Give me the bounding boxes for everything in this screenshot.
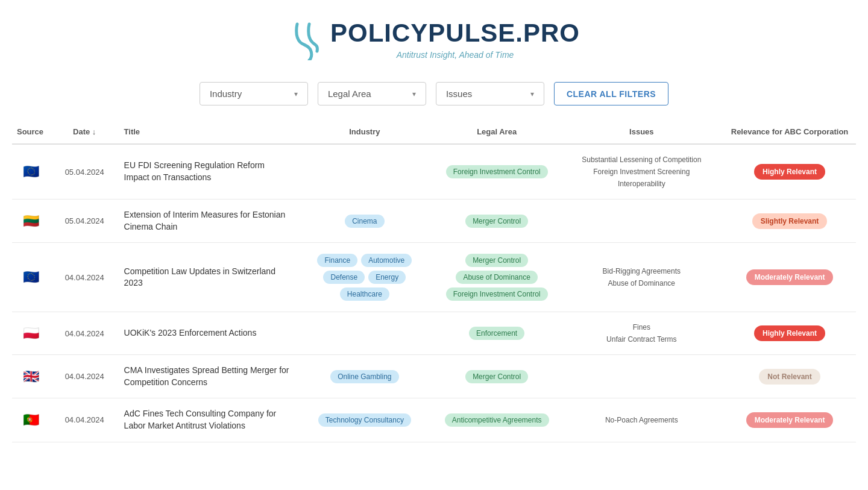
legal-area-tag[interactable]: Abuse of Dominance bbox=[456, 271, 537, 284]
legal-area-tag[interactable]: Foreign Investment Control bbox=[446, 287, 548, 301]
legal-area-tag[interactable]: Merger Control bbox=[465, 370, 528, 383]
col-date[interactable]: Date ↓ bbox=[50, 120, 119, 144]
issues-filter-label: Issues bbox=[446, 89, 472, 99]
source-flag: 🇵🇹 bbox=[12, 398, 50, 442]
legal-area-filter[interactable]: Legal Area ▾ bbox=[318, 82, 426, 105]
row-issues bbox=[560, 355, 724, 398]
filters-bar: Industry ▾ Legal Area ▾ Issues ▾ CLEAR A… bbox=[0, 72, 868, 120]
row-issues: No-Poach Agreements bbox=[560, 398, 724, 442]
legal-area-tag[interactable]: Merger Control bbox=[465, 254, 528, 267]
source-flag: 🇵🇱 bbox=[12, 312, 50, 355]
source-flag: 🇪🇺 bbox=[12, 144, 50, 199]
row-title[interactable]: UOKiK's 2023 Enforcement Actions bbox=[119, 312, 295, 355]
issue-item: Fines bbox=[633, 323, 650, 331]
relevance-badge: Highly Relevant bbox=[754, 164, 825, 180]
legal-area-tag[interactable]: Enforcement bbox=[469, 327, 524, 340]
row-date: 04.04.2024 bbox=[50, 398, 119, 442]
legal-area-filter-label: Legal Area bbox=[328, 89, 371, 99]
row-issues: Substantial Lessening of CompetitionFore… bbox=[560, 144, 724, 199]
row-legal-area: Foreign Investment Control bbox=[434, 144, 560, 199]
row-industry: Technology Consultancy bbox=[295, 398, 434, 442]
row-industry bbox=[295, 144, 434, 199]
row-date: 04.04.2024 bbox=[50, 355, 119, 398]
row-legal-area: Merger Control bbox=[434, 199, 560, 243]
row-issues: FinesUnfair Contract Terms bbox=[560, 312, 724, 355]
table-row[interactable]: 🇵🇱04.04.2024UOKiK's 2023 Enforcement Act… bbox=[12, 312, 856, 355]
row-relevance: Moderately Relevant bbox=[723, 398, 856, 442]
col-legal-area: Legal Area bbox=[434, 120, 560, 144]
header: POLICYPULSE.PRO Antitrust Insight, Ahead… bbox=[0, 0, 868, 72]
row-date: 05.04.2024 bbox=[50, 199, 119, 243]
main-table-container: Source Date ↓ Title Industry Legal Area … bbox=[0, 120, 868, 442]
legal-area-tag[interactable]: Merger Control bbox=[465, 215, 528, 228]
row-relevance: Moderately Relevant bbox=[723, 243, 856, 312]
industry-tag[interactable]: Cinema bbox=[345, 215, 384, 228]
logo-container: POLICYPULSE.PRO Antitrust Insight, Ahead… bbox=[0, 18, 868, 60]
legal-area-tag[interactable]: Anticompetitive Agreements bbox=[445, 413, 549, 427]
industry-tag[interactable]: Energy bbox=[368, 271, 406, 284]
industry-tag[interactable]: Online Gambling bbox=[330, 370, 398, 383]
chevron-down-icon: ▾ bbox=[412, 90, 416, 98]
chevron-down-icon: ▾ bbox=[294, 90, 298, 98]
relevance-badge: Highly Relevant bbox=[754, 325, 825, 341]
chevron-down-icon: ▾ bbox=[530, 90, 534, 98]
row-relevance: Not Relevant bbox=[723, 355, 856, 398]
issue-item: No-Poach Agreements bbox=[605, 416, 678, 424]
issue-item: Foreign Investment Screening bbox=[593, 168, 690, 176]
industry-tag[interactable]: Finance bbox=[317, 254, 357, 267]
logo-text: POLICYPULSE.PRO bbox=[330, 19, 580, 48]
industry-tag[interactable]: Defense bbox=[323, 271, 365, 284]
legal-area-tag[interactable]: Foreign Investment Control bbox=[446, 165, 548, 178]
relevance-badge: Moderately Relevant bbox=[746, 269, 834, 285]
relevance-badge: Not Relevant bbox=[759, 369, 820, 385]
relevance-badge: Moderately Relevant bbox=[746, 412, 834, 428]
industry-tag[interactable]: Automotive bbox=[361, 254, 412, 267]
row-title[interactable]: AdC Fines Tech Consulting Company for La… bbox=[119, 398, 295, 442]
row-date: 04.04.2024 bbox=[50, 243, 119, 312]
tagline: Antitrust Insight, Ahead of Time bbox=[330, 50, 580, 60]
table-row[interactable]: 🇬🇧04.04.2024CMA Investigates Spread Bett… bbox=[12, 355, 856, 398]
industry-tag[interactable]: Technology Consultancy bbox=[318, 413, 411, 427]
row-date: 04.04.2024 bbox=[50, 312, 119, 355]
issue-item: Interoperability bbox=[618, 180, 665, 188]
row-issues: Bid-Rigging AgreementsAbuse of Dominance bbox=[560, 243, 724, 312]
logo-text-block: POLICYPULSE.PRO Antitrust Insight, Ahead… bbox=[330, 19, 580, 60]
row-industry: Online Gambling bbox=[295, 355, 434, 398]
clear-all-filters-button[interactable]: CLEAR ALL FILTERS bbox=[554, 82, 668, 105]
row-relevance: Slightly Relevant bbox=[723, 199, 856, 243]
row-title[interactable]: Extension of Interim Measures for Estoni… bbox=[119, 199, 295, 243]
row-industry: FinanceAutomotiveDefenseEnergyHealthcare bbox=[295, 243, 434, 312]
table-row[interactable]: 🇵🇹04.04.2024AdC Fines Tech Consulting Co… bbox=[12, 398, 856, 442]
source-flag: 🇪🇺 bbox=[12, 243, 50, 312]
row-legal-area: Merger ControlAbuse of DominanceForeign … bbox=[434, 243, 560, 312]
issue-item: Abuse of Dominance bbox=[608, 279, 675, 287]
industry-tag[interactable]: Healthcare bbox=[340, 287, 389, 301]
industry-filter[interactable]: Industry ▾ bbox=[200, 82, 308, 105]
row-legal-area: Merger Control bbox=[434, 355, 560, 398]
row-title[interactable]: CMA Investigates Spread Betting Merger f… bbox=[119, 355, 295, 398]
table-row[interactable]: 🇪🇺05.04.2024EU FDI Screening Regulation … bbox=[12, 144, 856, 199]
row-industry bbox=[295, 312, 434, 355]
row-legal-area: Anticompetitive Agreements bbox=[434, 398, 560, 442]
issue-item: Unfair Contract Terms bbox=[606, 335, 676, 344]
row-industry: Cinema bbox=[295, 199, 434, 243]
issues-filter[interactable]: Issues ▾ bbox=[436, 82, 544, 105]
logo-icon bbox=[288, 18, 324, 60]
col-source: Source bbox=[12, 120, 50, 144]
source-flag: 🇱🇹 bbox=[12, 199, 50, 243]
table-row[interactable]: 🇪🇺04.04.2024Competition Law Updates in S… bbox=[12, 243, 856, 312]
row-relevance: Highly Relevant bbox=[723, 144, 856, 199]
col-relevance: Relevance for ABC Corporation bbox=[723, 120, 856, 144]
relevance-badge: Slightly Relevant bbox=[752, 213, 828, 229]
row-issues bbox=[560, 199, 724, 243]
results-table: Source Date ↓ Title Industry Legal Area … bbox=[12, 120, 856, 442]
industry-filter-label: Industry bbox=[210, 89, 242, 99]
row-title[interactable]: EU FDI Screening Regulation Reform Impac… bbox=[119, 144, 295, 199]
issue-item: Substantial Lessening of Competition bbox=[582, 155, 701, 164]
col-industry: Industry bbox=[295, 120, 434, 144]
col-issues: Issues bbox=[560, 120, 724, 144]
table-row[interactable]: 🇱🇹05.04.2024Extension of Interim Measure… bbox=[12, 199, 856, 243]
row-title[interactable]: Competition Law Updates in Switzerland 2… bbox=[119, 243, 295, 312]
source-flag: 🇬🇧 bbox=[12, 355, 50, 398]
row-date: 05.04.2024 bbox=[50, 144, 119, 199]
